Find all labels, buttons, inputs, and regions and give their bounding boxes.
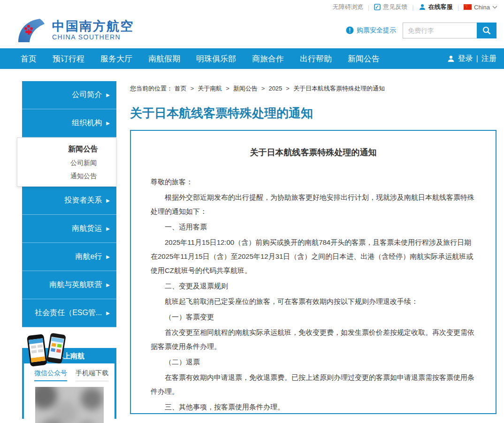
china-flag-icon [464,4,472,10]
brand-name-cn: 中国南方航空 [52,20,134,34]
search-button[interactable] [477,23,496,38]
accessibility-label: 无障碍浏览 [333,3,363,11]
phones-icon [24,332,71,367]
nav-divider: | [476,54,478,63]
article-paragraph: 在客票有效期内申请退票，免收退票费。已按上述原则办理过变更的客票如申请退票需按客… [151,370,476,399]
breadcrumb-label: 您当前的位置： [130,85,173,92]
region-selector[interactable]: China [464,4,497,11]
sidebar-item[interactable]: 南航e行▶ [22,243,116,271]
main-content: 您当前的位置： 首页>关于南航>新闻公告>2025>关于日本航线客票特殊处理的通… [116,69,504,414]
app-widget-tab[interactable]: 手机端下载 [76,369,108,381]
topbar-divider: | [458,4,459,11]
main-nav: 首页预订行程服务大厅南航假期明珠俱乐部商旅合作出行帮助新闻公告 登录 | 注册 [0,48,504,69]
online-service-link[interactable]: 在线客服 [419,3,453,11]
sidebar-item[interactable]: 公司简介▶ [22,81,116,109]
nav-item[interactable]: 明珠俱乐部 [188,53,244,64]
tailfin-logo-icon [16,18,46,43]
topbar-divider: | [412,4,413,11]
sidebar-item-label: 南航e行 [75,252,102,262]
article-paragraph: 根据外交部近期发布的出行提醒，为协助旅客更好地安排出行计划，现就涉及南航日本航线… [151,190,476,219]
online-service-label: 在线客服 [428,3,453,11]
sidebar-active-section: 新闻公告 公司新闻通知公告 [17,137,116,187]
article-paragraph: 首次变更至相同航程的南航实际承运航班，免收变更费，如发生票价价差按规定收取。再次… [151,325,476,354]
feedback-icon [374,4,381,10]
arrow-right-icon: ▶ [106,198,110,203]
info-icon [346,26,354,34]
login-link[interactable]: 登录 [458,54,473,64]
sidebar-item[interactable]: 社会责任（ESG管...▶ [22,299,116,327]
breadcrumb-separator: > [191,85,194,92]
notice-article: 关于日本航线客票特殊处理的通知 尊敬的旅客： 根据外交部近期发布的出行提醒，为协… [130,130,496,414]
arrow-right-icon: ▶ [106,255,110,259]
sidebar-item[interactable]: 南航货运▶ [22,215,116,243]
sidebar-item-label: 组织机构 [72,118,102,128]
ticket-safety-tip-label: 购票安全提示 [357,26,396,35]
nav-item[interactable]: 商旅合作 [244,53,292,64]
sidebar-item-label: 社会责任（ESG管... [35,308,102,318]
online-service-icon [419,3,426,11]
breadcrumb-separator: > [226,85,229,92]
nav-item[interactable]: 南航假期 [140,53,188,64]
article-paragraph: 2025年11月15日12:00（含）前购买或换开的南航784开头的客票，且客票… [151,235,476,278]
ticket-safety-tip-link[interactable]: 购票安全提示 [346,26,396,35]
top-utility-bar: 无障碍浏览 | 意见反馈 | 在线客服 | China [0,0,504,12]
sidebar-item-label: 投资者关系 [64,196,102,205]
arrow-right-icon: ▶ [106,311,110,316]
breadcrumb-item[interactable]: 首页 [175,85,187,92]
arrow-right-icon: ▶ [106,93,110,98]
chevron-down-icon [492,6,497,9]
arrow-right-icon: ▶ [106,227,110,231]
sidebar-item[interactable]: 南航与英航联营▶ [22,271,116,299]
arrow-right-icon: ▶ [106,283,110,287]
article-paragraph: 三、其他事项，按客票使用条件办理。 [151,400,476,414]
mobile-app-widget: 掌上南航 微信公众号手机端下载 [22,348,116,419]
sidebar-item-label: 南航货运 [72,224,102,234]
breadcrumb-separator: > [286,85,290,92]
sidebar-subitem[interactable]: 通知公告 [17,169,116,182]
feedback-label: 意见反馈 [383,3,407,11]
article-paragraph: （二）退票 [151,355,476,369]
brand-name-en: CHINA SOUTHERN [52,33,134,41]
header: 中国南方航空 CHINA SOUTHERN 购票安全提示 [0,12,504,48]
breadcrumb-item[interactable]: 新闻公告 [233,85,258,92]
breadcrumb-item[interactable]: 2025 [268,85,282,92]
sidebar-subitem[interactable]: 公司新闻 [17,156,116,169]
feedback-link[interactable]: 意见反馈 [374,3,407,11]
article-paragraph: （一）客票变更 [151,310,476,324]
article-paragraph: 一、适用客票 [151,220,476,234]
breadcrumb: 您当前的位置： 首页>关于南航>新闻公告>2025>关于日本航线客票特殊处理的通… [130,84,496,93]
article-salutation: 尊敬的旅客： [151,175,476,189]
page-title: 关于日本航线客票特殊处理的通知 [130,105,496,121]
breadcrumb-item[interactable]: 关于南航 [198,85,222,92]
site-search [403,23,496,38]
article-paragraph: 航班起飞前取消已定妥座位的旅客，可在客票有效期内按以下规则办理退改手续： [151,295,476,309]
region-label: China [474,4,490,11]
accessibility-link[interactable]: 无障碍浏览 [333,3,363,11]
nav-item[interactable]: 服务大厅 [92,53,140,64]
nav-item[interactable]: 新闻公告 [340,53,388,64]
sidebar-item-label: 南航与英航联营 [49,280,102,290]
nav-item[interactable]: 首页 [13,53,45,64]
article-title: 关于日本航线客票特殊处理的通知 [151,147,476,158]
breadcrumb-separator: > [261,85,265,92]
article-paragraph: 二、变更及退票规则 [151,279,476,293]
sidebar-item-news-active[interactable]: 新闻公告 [17,142,116,156]
app-widget-tab[interactable]: 微信公众号 [34,369,67,381]
search-icon [482,26,491,35]
arrow-right-icon: ▶ [106,121,110,126]
sidebar: 公司简介▶组织机构▶ 新闻公告 公司新闻通知公告 投资者关系▶南航货运▶南航e行… [22,81,116,419]
topbar-divider: | [368,4,369,11]
breadcrumb-item[interactable]: 关于日本航线客票特殊处理的通知 [293,85,385,92]
search-input[interactable] [403,23,477,38]
register-link[interactable]: 注册 [481,54,496,64]
user-icon [447,55,455,62]
sidebar-item[interactable]: 投资者关系▶ [22,187,116,215]
sidebar-item-label: 公司简介 [72,90,102,100]
qr-code-image [35,387,104,423]
nav-item[interactable]: 预订行程 [45,53,92,64]
nav-item[interactable]: 出行帮助 [292,53,340,64]
sidebar-item[interactable]: 组织机构▶ [22,109,116,137]
brand-logo[interactable]: 中国南方航空 CHINA SOUTHERN [16,18,134,43]
